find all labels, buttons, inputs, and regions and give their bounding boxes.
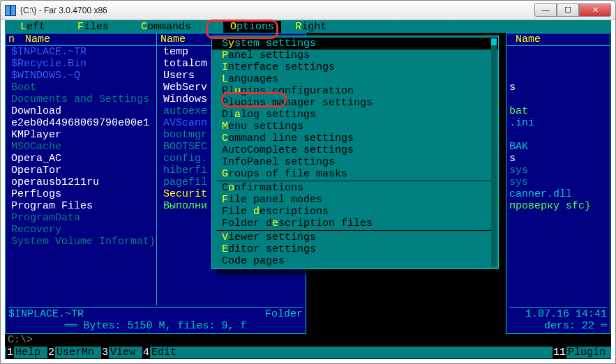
menu-eft[interactable]: Left [20, 21, 58, 33]
file-item[interactable]: OperaTor [11, 165, 151, 176]
file-item[interactable]: ProgramData [11, 212, 151, 224]
fkey-plugin[interactable]: Plugin [566, 347, 611, 358]
fkey-edit[interactable]: Edit [150, 347, 182, 358]
app-window: {C:\} - Far 3.0.4700 x86 — ☐ ✕ LeftFiles… [0, 0, 616, 364]
window-title: {C:\} - Far 3.0.4700 x86 [20, 6, 534, 15]
dropdown-item[interactable]: Viewer settings [212, 232, 498, 243]
right-panel-footer: 1.07.16 14:41 ders: 22 ═ [509, 307, 607, 332]
fkey-num: 1 [6, 347, 14, 358]
dropdown-item[interactable]: File panel modes [212, 194, 498, 206]
file-item[interactable]: Program Files [11, 200, 151, 212]
file-item[interactable]: bat [509, 105, 528, 117]
file-item[interactable]: Windows [163, 93, 213, 105]
fkey-num: 2 [47, 347, 55, 358]
dropdown-item[interactable]: Interface settings [212, 61, 498, 73]
file-item[interactable]: e2eb0d44968069790e00e1 [11, 117, 151, 129]
file-item[interactable]: temp [163, 46, 213, 58]
file-item[interactable]: AVScann [163, 117, 213, 129]
file-item[interactable]: hiberfi [163, 165, 213, 176]
file-item[interactable]: canner.dll [509, 188, 572, 200]
dropdown-item[interactable]: InfoPanel settings [212, 156, 498, 168]
right-panel[interactable]: Name sbat.iniBAKssyssyscanner.dllпроверк… [506, 33, 610, 334]
dropdown-item[interactable]: Editor settings [212, 243, 498, 255]
file-item[interactable]: autoexe [163, 105, 213, 117]
right-panel-header: Name [506, 33, 610, 46]
dropdown-item[interactable]: Confirmations [212, 182, 498, 194]
command-line[interactable]: C:\> [5, 334, 611, 347]
menu-iles[interactable]: Files [77, 21, 121, 33]
file-item[interactable]: operausb1211ru [11, 176, 151, 188]
dropdown-scrollbar[interactable] [491, 38, 497, 266]
fkey-view[interactable]: View [109, 347, 141, 358]
file-item[interactable]: Выполни [163, 200, 213, 212]
file-item[interactable]: $Recycle.Bin [11, 58, 151, 70]
file-item[interactable]: System Volume Informat} [11, 236, 151, 248]
file-item[interactable]: Users [163, 70, 213, 82]
file-item[interactable]: MSOCache [11, 141, 151, 153]
options-dropdown[interactable]: System settingsPanel settingsInterface s… [211, 36, 499, 269]
file-item[interactable]: проверку sfc} [509, 200, 591, 212]
keybar[interactable]: 1Help2UserMn3View4Edit11Plugin [5, 347, 611, 358]
dropdown-item[interactable]: Code pages [212, 255, 498, 267]
fkey-usermn[interactable]: UserMn [55, 347, 100, 358]
file-item[interactable]: Boot [11, 82, 151, 93]
dropdown-item[interactable]: Command line settings [212, 132, 498, 144]
file-item[interactable]: s [509, 153, 516, 165]
dropdown-item[interactable]: Menu settings [212, 121, 498, 132]
file-item[interactable]: sys [509, 176, 528, 188]
titlebar[interactable]: {C:\} - Far 3.0.4700 x86 — ☐ ✕ [1, 1, 615, 20]
dropdown-item[interactable]: System settings [212, 38, 498, 50]
dropdown-item[interactable]: AutoComplete settings [212, 144, 498, 156]
file-item[interactable]: $INPLACE.~TR [11, 46, 151, 58]
file-item[interactable]: bootmgr [163, 129, 213, 141]
left-panel-footer: $INPLACE.~TRFolder ══ Bytes: 5150 M, fil… [8, 307, 303, 332]
file-item[interactable]: .ini [509, 117, 534, 129]
file-item[interactable]: Documents and Settings [11, 93, 151, 105]
file-item[interactable]: PerfLogs [11, 188, 151, 200]
menubar[interactable]: LeftFilesCommandsOptionsRight [5, 20, 611, 33]
dropdown-item[interactable]: Plugins configuration [212, 85, 498, 97]
file-item[interactable]: s [509, 82, 516, 93]
file-item[interactable]: Opera_AC [11, 153, 151, 165]
file-item[interactable]: Securit [163, 188, 213, 200]
maximize-button[interactable]: ☐ [557, 3, 579, 17]
menu-ommands[interactable]: Commands [141, 21, 204, 33]
file-item[interactable]: config. [163, 153, 213, 165]
fkey-num: 11 [553, 347, 566, 358]
menu-ptions[interactable]: Options [223, 21, 281, 33]
menu-ight[interactable]: Right [295, 21, 339, 33]
dropdown-item[interactable]: Dialog settings [212, 109, 498, 121]
dropdown-item[interactable]: Groups of file masks [212, 168, 498, 180]
file-item[interactable]: pagefil [163, 176, 213, 188]
dropdown-item[interactable]: Languages [212, 73, 498, 85]
dropdown-item[interactable]: File descriptions [212, 206, 498, 218]
close-button[interactable]: ✕ [579, 3, 611, 17]
dropdown-item[interactable]: Panel settings [212, 50, 498, 61]
file-item[interactable]: KMPlayer [11, 129, 151, 141]
fkey-num: 3 [101, 347, 109, 358]
file-item[interactable]: BOOTSEC [163, 141, 213, 153]
dropdown-item[interactable]: Folder description files [212, 218, 498, 229]
minimize-button[interactable]: — [534, 3, 557, 17]
file-item[interactable]: WebServ [163, 82, 213, 93]
file-item[interactable]: sys [509, 165, 528, 176]
dropdown-item[interactable]: Plugins manager settings [212, 97, 498, 109]
fkey-num: 4 [142, 347, 150, 358]
file-item[interactable]: Recovery [11, 224, 151, 236]
file-item[interactable]: totalcm [163, 58, 213, 70]
file-item[interactable]: Download [11, 105, 151, 117]
fkey-help[interactable]: Help [14, 347, 46, 358]
file-item[interactable]: BAK [509, 141, 528, 153]
file-item[interactable]: $WINDOWS.~Q [11, 70, 151, 82]
app-icon [5, 5, 16, 16]
